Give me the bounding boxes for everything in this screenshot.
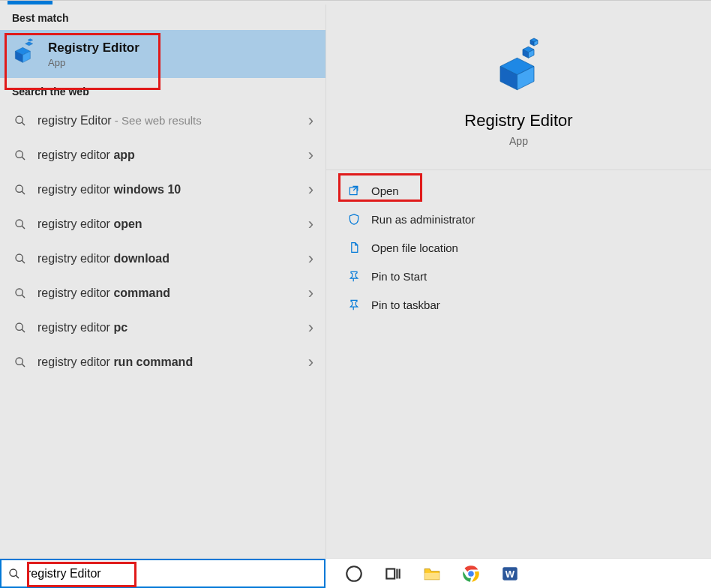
svg-rect-36 [424, 572, 440, 579]
web-result-row[interactable]: registry editor run command› [0, 345, 326, 380]
web-result-text: registry editor command [38, 286, 170, 300]
file-explorer-icon[interactable] [422, 563, 442, 584]
best-match-label: Best match [0, 4, 326, 30]
regedit-large-icon [489, 34, 549, 94]
chrome-icon[interactable] [460, 563, 482, 584]
details-title: Registry Editor [464, 111, 572, 130]
search-input[interactable] [27, 567, 318, 580]
action-label: Open file location [371, 242, 458, 254]
taskbar-search-box[interactable] [0, 559, 326, 588]
svg-marker-4 [28, 39, 33, 41]
shield-icon [347, 212, 361, 226]
svg-point-11 [16, 220, 22, 226]
svg-point-5 [16, 116, 22, 123]
svg-point-9 [16, 185, 22, 192]
chevron-right-icon: › [308, 352, 314, 372]
search-icon [14, 321, 27, 334]
svg-line-14 [22, 260, 25, 263]
web-result-row[interactable]: registry editor app› [0, 138, 326, 172]
open-icon [347, 184, 361, 197]
action-pin-start[interactable]: Pin to Start [326, 262, 711, 290]
best-match-subtitle: App [48, 57, 140, 68]
web-result-text: registry editor windows 10 [38, 183, 181, 196]
svg-point-15 [16, 289, 22, 296]
chevron-right-icon: › [308, 180, 314, 200]
action-label: Run as administrator [371, 213, 475, 226]
svg-rect-33 [386, 568, 394, 578]
pin-icon [347, 269, 361, 283]
search-icon [14, 148, 27, 162]
results-pane: Best match Registry Editor App [0, 4, 326, 558]
details-hero: Registry Editor App [326, 4, 711, 170]
regedit-icon [9, 38, 39, 70]
action-open-loc[interactable]: Open file location [326, 233, 711, 262]
taskbar-icons: W [326, 559, 711, 588]
web-result-text: registry editor download [38, 252, 170, 266]
web-result-text: registry editor pc [38, 321, 128, 334]
web-result-row[interactable]: registry editor download› [0, 242, 326, 276]
svg-line-20 [22, 364, 25, 367]
svg-line-8 [22, 157, 25, 160]
best-match-result[interactable]: Registry Editor App [0, 30, 326, 78]
svg-line-6 [22, 122, 25, 125]
web-results-list: registry Editor - See web results›regist… [0, 104, 326, 380]
details-pane: Registry Editor App OpenRun as administr… [326, 4, 711, 558]
web-result-row[interactable]: registry editor windows 10› [0, 172, 326, 207]
pin-icon [347, 298, 361, 311]
details-subtitle: App [509, 135, 528, 147]
search-icon [14, 183, 27, 196]
svg-line-10 [22, 191, 25, 194]
chevron-right-icon: › [308, 284, 314, 303]
chevron-right-icon: › [308, 111, 314, 130]
svg-line-12 [22, 226, 25, 229]
web-result-text: registry editor app [38, 148, 135, 162]
web-result-text: registry Editor - See web results [38, 114, 202, 128]
web-result-row[interactable]: registry editor open› [0, 207, 326, 242]
file-icon [347, 241, 361, 254]
action-open[interactable]: Open [326, 176, 711, 205]
best-match-title: Registry Editor [48, 40, 140, 56]
action-label: Pin to taskbar [371, 298, 440, 311]
taskbar: W [0, 558, 711, 588]
search-icon [14, 218, 27, 231]
search-icon [14, 356, 27, 369]
search-icon [8, 567, 21, 580]
svg-line-31 [16, 575, 19, 578]
chevron-right-icon: › [308, 146, 314, 165]
web-result-row[interactable]: registry Editor - See web results› [0, 104, 326, 138]
search-icon [14, 252, 27, 266]
web-result-row[interactable]: registry editor pc› [0, 310, 326, 345]
svg-point-19 [16, 358, 22, 364]
chevron-right-icon: › [308, 249, 314, 268]
svg-marker-3 [26, 42, 33, 46]
svg-point-13 [16, 254, 22, 261]
chevron-right-icon: › [308, 318, 314, 338]
web-result-text: registry editor run command [38, 356, 193, 369]
svg-point-32 [346, 566, 362, 581]
action-run-admin[interactable]: Run as administrator [326, 205, 711, 233]
cortana-icon[interactable] [344, 563, 364, 584]
search-icon [14, 114, 27, 128]
svg-line-18 [22, 329, 25, 332]
svg-text:W: W [506, 568, 515, 580]
task-view-icon[interactable] [382, 563, 404, 584]
action-label: Open [371, 184, 399, 197]
svg-point-17 [16, 323, 22, 330]
web-result-text: registry editor open [38, 218, 142, 231]
svg-point-30 [10, 569, 16, 576]
search-icon [14, 286, 27, 300]
web-result-row[interactable]: registry editor command› [0, 276, 326, 310]
search-web-label: Search the web [0, 78, 326, 104]
word-icon[interactable]: W [500, 563, 520, 584]
chevron-right-icon: › [308, 214, 314, 234]
details-actions: OpenRun as administratorOpen file locati… [326, 170, 711, 319]
action-label: Pin to Start [371, 270, 427, 283]
svg-point-7 [16, 151, 22, 158]
svg-line-16 [22, 295, 25, 298]
action-pin-task[interactable]: Pin to taskbar [326, 290, 711, 319]
